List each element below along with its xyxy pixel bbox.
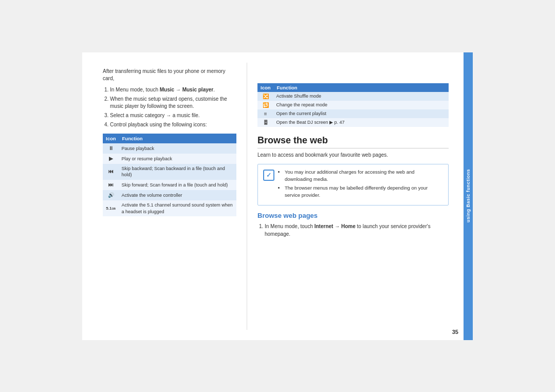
icon-cell: ⏭: [103, 180, 119, 190]
browse-web-pages-title: Browse web pages: [257, 212, 449, 219]
note-content: You may incur additional charges for acc…: [279, 169, 443, 201]
function-cell: Skip forward; Scan forward in a file (to…: [119, 180, 236, 190]
steps-list: In Menu mode, touch Music → Music player…: [103, 86, 236, 128]
table-row: ▶ Play or resume playback: [103, 154, 236, 164]
function-cell: Play or resume playback: [119, 154, 236, 164]
browse-web-intro: Learn to access and bookmark your favour…: [257, 152, 449, 159]
function-cell: Change the repeat mode: [274, 101, 449, 109]
function-cell: Activate the volume controller: [119, 190, 236, 200]
function-cell: Skip backward; Scan backward in a file (…: [119, 164, 236, 180]
step-3: Select a music category → a music file.: [110, 112, 236, 119]
right-table-header-function: Function: [274, 83, 449, 92]
step-2: When the music setup wizard opens, custo…: [110, 96, 236, 110]
page: After transferring music files to your p…: [82, 52, 473, 340]
left-icon-table: Icon Function ⏸ Pause playback ▶ Play or…: [103, 134, 236, 217]
icon-cell: 5.1㎝: [103, 200, 119, 216]
note-item-1: You may incur additional charges for acc…: [285, 169, 443, 183]
note-item-2: The browser menus may be labelled differ…: [285, 184, 443, 199]
function-cell: Open the current playlist: [274, 109, 449, 118]
function-cell: Pause playback: [119, 143, 236, 154]
function-cell: Open the Beat DJ screen ▶ p. 47: [274, 118, 449, 127]
icon-cell: 🔀: [257, 92, 274, 101]
icon-cell: 🎛: [257, 118, 274, 127]
function-cell: Activate the 5.1 channel surround sound …: [119, 200, 236, 216]
left-table-header-icon: Icon: [103, 134, 119, 143]
icon-cell: ⏸: [103, 143, 119, 154]
icon-cell: ≡: [257, 109, 274, 118]
table-row: 🔀 Activate Shuffle mode: [257, 92, 449, 101]
step-1: In Menu mode, touch Music → Music player…: [110, 86, 236, 94]
table-row: 5.1㎝ Activate the 5.1 channel surround s…: [103, 200, 236, 216]
table-row: 🔊 Activate the volume controller: [103, 190, 236, 200]
right-table-header-icon: Icon: [257, 83, 274, 92]
table-row: 🎛 Open the Beat DJ screen ▶ p. 47: [257, 118, 449, 127]
table-row: ⏸ Pause playback: [103, 143, 236, 154]
page-container: After transferring music files to your p…: [0, 0, 555, 392]
step-4: Control playback using the following ico…: [110, 121, 236, 128]
icon-cell: 🔊: [103, 190, 119, 200]
left-table-header-function: Function: [119, 134, 236, 143]
note-box: ✓ You may incur additional charges for a…: [257, 164, 449, 206]
browse-steps-list: In Menu mode, touch Internet → Home to l…: [257, 222, 449, 238]
function-cell: Activate Shuffle mode: [274, 92, 449, 101]
sidebar-tab: using Basic functions: [464, 52, 473, 340]
browse-web-title: Browse the web: [257, 135, 449, 148]
table-row: ⏭ Skip forward; Scan forward in a file (…: [103, 180, 236, 190]
icon-cell: 🔁: [257, 101, 274, 109]
browse-step-1: In Menu mode, touch Internet → Home to l…: [265, 222, 449, 238]
table-row: ⏮ Skip backward; Scan backward in a file…: [103, 164, 236, 180]
right-column: Icon Function 🔀 Activate Shuffle mode 🔁 …: [247, 52, 464, 340]
sidebar-tab-label: using Basic functions: [466, 169, 471, 222]
intro-text: After transferring music files to your p…: [103, 68, 236, 82]
page-number: 35: [452, 329, 458, 335]
icon-cell: ▶: [103, 154, 119, 164]
icon-cell: ⏮: [103, 164, 119, 180]
note-icon: ✓: [263, 170, 274, 181]
table-row: 🔁 Change the repeat mode: [257, 101, 449, 109]
left-column: After transferring music files to your p…: [82, 52, 247, 340]
table-row: ≡ Open the current playlist: [257, 109, 449, 118]
right-music-table: Icon Function 🔀 Activate Shuffle mode 🔁 …: [257, 83, 449, 127]
